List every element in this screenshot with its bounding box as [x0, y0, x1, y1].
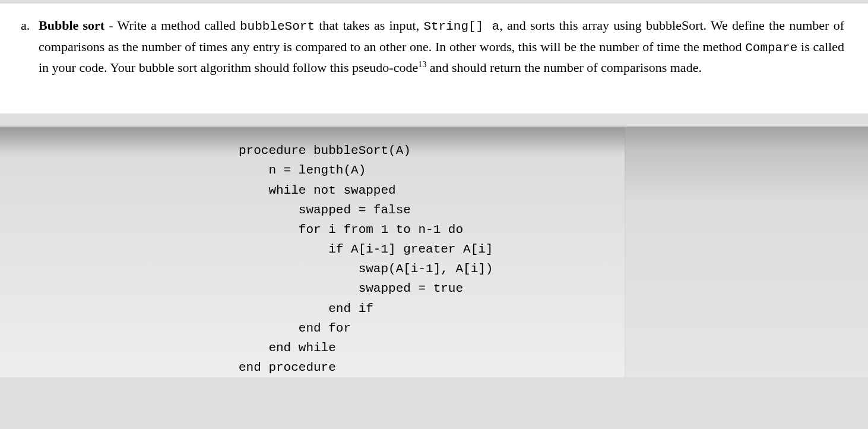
code-left-gutter — [0, 127, 239, 377]
code-right-gutter — [625, 127, 868, 377]
code-line: if A[i-1] greater A[i] — [239, 242, 493, 256]
code-line: end while — [239, 341, 336, 355]
problem-text-2: that takes as input, — [315, 18, 423, 33]
method-name: bubbleSort — [240, 20, 315, 33]
param-type: String[] a — [423, 20, 499, 33]
pseudocode-block: procedure bubbleSort(A) n = length(A) wh… — [239, 127, 625, 377]
code-line: end if — [239, 302, 373, 316]
problem-text-1: Write a method called — [118, 18, 240, 33]
code-line: end procedure — [239, 361, 336, 374]
code-line: n = length(A) — [239, 163, 366, 177]
code-line: procedure bubbleSort(A) — [239, 144, 411, 157]
problem-dash: - — [104, 18, 117, 33]
problem-title: Bubble sort — [39, 18, 104, 33]
code-line: swapped = true — [239, 282, 463, 295]
code-line: for i from 1 to n-1 do — [239, 223, 463, 236]
code-line: swap(A[i-1], A[i]) — [239, 262, 493, 276]
problem-label: a. — [21, 15, 39, 36]
code-line: swapped = false — [239, 203, 411, 217]
code-line: while not swapped — [239, 184, 396, 197]
footnote-ref: 13 — [418, 60, 426, 69]
compare-name: Compare — [745, 41, 797, 55]
pseudocode-section: procedure bubbleSort(A) n = length(A) wh… — [0, 127, 868, 377]
code-line: end for — [239, 321, 351, 335]
problem-statement-section: a.Bubble sort - Write a method called bu… — [0, 0, 868, 113]
problem-text-5: and should return the number of comparis… — [426, 60, 702, 75]
page-divider — [0, 113, 868, 127]
problem-text: a.Bubble sort - Write a method called bu… — [21, 15, 847, 78]
problem-body: Bubble sort - Write a method called bubb… — [39, 15, 844, 78]
